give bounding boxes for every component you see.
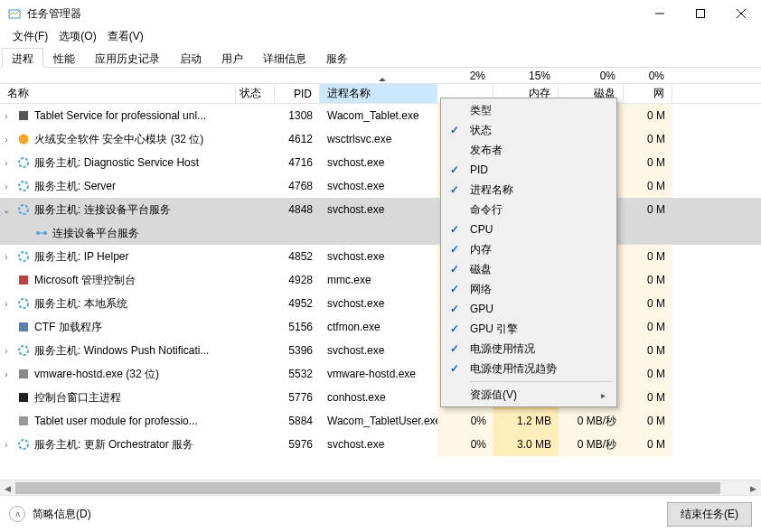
expand-chevron-icon[interactable]: › xyxy=(0,299,13,309)
cell-procname: svchost.exe xyxy=(320,292,437,315)
cell-mem: 3.0 MB xyxy=(493,433,559,456)
tab-users[interactable]: 用户 xyxy=(211,48,253,68)
cell-procname: svchost.exe xyxy=(320,174,437,198)
maximize-button[interactable] xyxy=(680,0,720,27)
expand-chevron-icon[interactable]: › xyxy=(0,111,13,121)
table-row[interactable]: 控制台窗口主进程5776conhost.exe0%7.9 MB0 MB/秒0 M xyxy=(0,386,761,409)
cell-pid: 4612 xyxy=(275,127,320,151)
context-item[interactable]: 内存 xyxy=(443,239,615,259)
horizontal-scrollbar[interactable]: ◀ ▶ xyxy=(0,480,761,495)
close-button[interactable] xyxy=(720,0,761,27)
process-icon xyxy=(16,343,31,358)
svg-point-16 xyxy=(19,346,28,355)
svg-rect-5 xyxy=(19,111,28,120)
table-row[interactable]: ⌄服务主机: 连接设备平台服务4848svchost.exeMB0 MB/秒0 … xyxy=(0,198,761,221)
scroll-right-arrow[interactable]: ▶ xyxy=(746,481,761,496)
cell-net: 0 M xyxy=(624,292,672,315)
expand-chevron-icon[interactable]: › xyxy=(0,252,13,262)
expand-chevron-icon[interactable]: › xyxy=(0,369,13,379)
expand-chevron-icon[interactable]: › xyxy=(0,182,13,191)
context-item[interactable]: 发布者 xyxy=(443,140,615,160)
cell-net xyxy=(624,221,672,245)
col-processname[interactable]: 进程名称 xyxy=(320,84,437,103)
context-item-resource-values[interactable]: 资源值(V) xyxy=(443,385,615,405)
table-row[interactable]: Tablet user module for professio...5884W… xyxy=(0,409,761,433)
table-row[interactable]: ›服务主机: 本地系统4952svchost.exeMB0 MB/秒0 M xyxy=(0,292,761,315)
fewer-details-label[interactable]: 简略信息(D) xyxy=(33,507,91,522)
expand-chevron-icon[interactable]: › xyxy=(0,158,13,168)
fewer-details-icon[interactable]: ʌ xyxy=(9,506,25,522)
table-row[interactable]: ›服务主机: IP Helper4852svchost.exeMB0 MB/秒0… xyxy=(0,245,761,268)
context-item[interactable]: 电源使用情况 xyxy=(443,339,615,359)
app-icon xyxy=(7,6,22,21)
process-icon xyxy=(16,108,31,123)
table-row[interactable]: CTF 加载程序5156ctfmon.exeMB0 MB/秒0 M xyxy=(0,315,761,339)
context-item[interactable]: 命令行 xyxy=(443,200,615,219)
cell-procname: conhost.exe xyxy=(320,386,437,409)
table-row[interactable]: ›服务主机: Windows Push Notificati...5396svc… xyxy=(0,339,761,362)
col-name[interactable]: 名称 xyxy=(0,84,236,103)
minimize-button[interactable] xyxy=(639,0,680,27)
menu-file[interactable]: 文件(F) xyxy=(7,27,53,47)
context-item[interactable]: 电源使用情况趋势 xyxy=(443,359,615,378)
process-name: 连接设备平台服务 xyxy=(52,226,139,241)
context-item[interactable]: PID xyxy=(443,160,615,180)
col-pid[interactable]: PID xyxy=(275,84,320,103)
context-item[interactable]: GPU 引擎 xyxy=(443,319,615,339)
table-row[interactable]: ›Tablet Service for professional unl...1… xyxy=(0,104,761,127)
tab-processes[interactable]: 进程 xyxy=(2,48,43,68)
process-icon xyxy=(16,273,31,287)
expand-chevron-icon[interactable]: › xyxy=(0,135,13,145)
scroll-thumb[interactable] xyxy=(15,482,720,494)
context-item[interactable]: 状态 xyxy=(443,120,615,140)
context-item[interactable]: CPU xyxy=(443,219,615,239)
process-name: 控制台窗口主进程 xyxy=(34,390,121,406)
process-icon xyxy=(16,249,31,264)
svg-point-12 xyxy=(19,252,28,261)
table-row[interactable]: ›服务主机: Diagnostic Service Host4716svchos… xyxy=(0,151,761,174)
cell-pid: 1308 xyxy=(275,104,320,127)
menu-view[interactable]: 查看(V) xyxy=(102,27,149,47)
stat-mem: 15% xyxy=(493,68,559,83)
cell-net: 0 M xyxy=(624,362,672,386)
menu-options[interactable]: 选项(O) xyxy=(53,27,101,47)
cell-procname: vmware-hostd.exe xyxy=(320,362,437,386)
tab-details[interactable]: 详细信息 xyxy=(253,48,316,68)
col-status[interactable]: 状态 xyxy=(236,84,275,103)
table-row[interactable]: ›服务主机: 更新 Orchestrator 服务5976svchost.exe… xyxy=(0,433,761,456)
footer: ʌ 简略信息(D) 结束任务(E) xyxy=(0,495,761,532)
tab-services[interactable]: 服务 xyxy=(316,48,358,68)
cell-procname xyxy=(320,221,437,245)
expand-chevron-icon[interactable]: ⌄ xyxy=(0,205,13,215)
process-name: 火绒安全软件 安全中心模块 (32 位) xyxy=(34,132,203,147)
header-stats: 2% 15% 0% 0% xyxy=(0,68,761,84)
table-row[interactable]: ›服务主机: Server4768svchost.exeMB0 MB/秒0 M xyxy=(0,174,761,198)
svg-point-8 xyxy=(19,205,28,214)
context-item[interactable]: 网络 xyxy=(443,279,615,299)
process-icon xyxy=(16,390,31,405)
tab-app-history[interactable]: 应用历史记录 xyxy=(85,48,170,68)
cell-net: 0 M xyxy=(624,268,672,292)
end-task-button[interactable]: 结束任务(E) xyxy=(667,502,752,527)
table-row[interactable]: ›vmware-hostd.exe (32 位)5532vmware-hostd… xyxy=(0,362,761,386)
context-item[interactable]: GPU xyxy=(443,299,615,319)
cell-net: 0 M xyxy=(624,174,672,198)
cell-pid: 5884 xyxy=(275,409,320,433)
expand-chevron-icon[interactable]: › xyxy=(0,440,13,450)
tab-startup[interactable]: 启动 xyxy=(170,48,211,68)
context-item[interactable]: 磁盘 xyxy=(443,259,615,279)
context-item[interactable]: 进程名称 xyxy=(443,180,615,200)
context-item[interactable]: 类型 xyxy=(443,100,615,120)
scroll-left-arrow[interactable]: ◀ xyxy=(0,481,15,496)
cell-pid: 4852 xyxy=(275,245,320,268)
table-row[interactable]: Microsoft 管理控制台4928mmc.exeMB0 MB/秒0 M xyxy=(0,268,761,292)
col-net[interactable]: 网 xyxy=(624,84,672,103)
cell-net: 0 M xyxy=(624,339,672,362)
table-row[interactable]: 连接设备平台服务 xyxy=(0,221,761,245)
table-row[interactable]: ›火绒安全软件 安全中心模块 (32 位)4612wsctrlsvc.exeMB… xyxy=(0,127,761,151)
tab-performance[interactable]: 性能 xyxy=(43,48,85,68)
cell-pid: 4716 xyxy=(275,151,320,174)
expand-chevron-icon[interactable]: › xyxy=(0,346,13,356)
process-name: Microsoft 管理控制台 xyxy=(34,273,136,288)
cell-net: 0 M xyxy=(624,245,672,268)
